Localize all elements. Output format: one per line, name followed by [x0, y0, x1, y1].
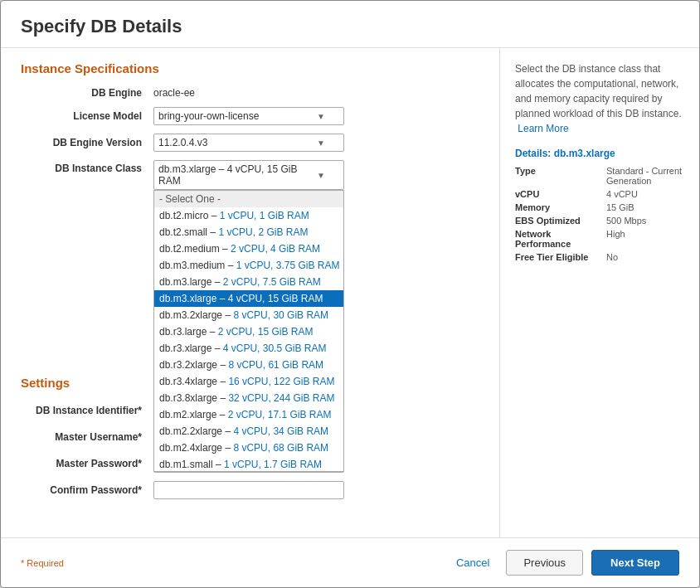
db-instance-class-dropdown[interactable]: db.m3.xlarge – 4 vCPU, 15 GiB RAM ▼ - Se…	[153, 160, 344, 190]
right-description: Select the DB instance class that alloca…	[515, 61, 684, 136]
required-text: Required	[27, 558, 64, 568]
dialog: Specify DB Details Instance Specificatio…	[0, 0, 700, 588]
details-vcpu-label: vCPU	[515, 189, 606, 199]
cancel-button[interactable]: Cancel	[448, 552, 498, 573]
required-star: *	[21, 558, 24, 568]
db-instance-class-arrow-icon: ▼	[317, 171, 325, 180]
list-item[interactable]: db.r3.4xlarge – 16 vCPU, 122 GiB RAM	[154, 373, 343, 390]
db-instance-class-row: DB Instance Class db.m3.xlarge – 4 vCPU,…	[21, 160, 479, 190]
details-vcpu-row: vCPU 4 vCPU	[515, 189, 684, 199]
details-ebs-row: EBS Optimized 500 Mbps	[515, 216, 684, 226]
details-vcpu-value: 4 vCPU	[606, 189, 684, 199]
db-instance-class-selected: db.m3.xlarge – 4 vCPU, 15 GiB RAM	[158, 163, 317, 187]
db-engine-version-arrow-icon: ▼	[317, 138, 325, 148]
details-memory-label: Memory	[515, 202, 606, 212]
dialog-footer: * Required Cancel Previous Next Step	[1, 537, 699, 587]
list-item[interactable]: db.m2.2xlarge – 4 vCPU, 34 GiB RAM	[154, 423, 343, 440]
details-free-tier-value: No	[606, 252, 684, 262]
learn-more-link[interactable]: Learn More	[518, 123, 568, 134]
license-model-arrow-icon: ▼	[317, 112, 325, 121]
db-instance-class-label: DB Instance Class	[21, 160, 153, 174]
details-network-row: Network Performance High	[515, 229, 684, 249]
list-item[interactable]: db.t2.medium – 2 vCPU, 4 GiB RAM	[154, 241, 343, 257]
db-instance-identifier-label: DB Instance Identifier*	[21, 405, 153, 416]
details-memory-value: 15 GiB	[606, 202, 684, 212]
dialog-body: Instance Specifications DB Engine oracle…	[1, 48, 699, 537]
license-model-display[interactable]: bring-your-own-license ▼	[153, 107, 344, 125]
instance-specs-section-title: Instance Specifications	[21, 61, 479, 75]
previous-button[interactable]: Previous	[506, 550, 583, 576]
license-model-selected: bring-your-own-license	[158, 110, 259, 122]
list-item[interactable]: db.m3.medium – 1 vCPU, 3.75 GiB RAM	[154, 257, 343, 274]
confirm-password-label: Confirm Password*	[21, 484, 153, 496]
db-engine-value: oracle-ee	[153, 87, 195, 99]
details-type-row: Type Standard - Current Generation	[515, 166, 684, 186]
details-type-value: Standard - Current Generation	[606, 166, 684, 186]
details-free-tier-row: Free Tier Eligible No	[515, 252, 684, 262]
license-model-dropdown[interactable]: bring-your-own-license ▼	[153, 107, 344, 125]
details-free-tier-label: Free Tier Eligible	[515, 252, 606, 262]
right-panel: Select the DB instance class that alloca…	[500, 48, 699, 537]
confirm-password-input[interactable]	[153, 481, 344, 499]
details-network-label: Network Performance	[515, 229, 606, 249]
details-type-label: Type	[515, 166, 606, 186]
details-table: Type Standard - Current Generation vCPU …	[515, 166, 684, 262]
next-step-button[interactable]: Next Step	[591, 550, 679, 576]
master-username-label: Master Username*	[21, 431, 153, 443]
list-item[interactable]: db.m2.xlarge – 2 vCPU, 17.1 GiB RAM	[154, 406, 343, 423]
list-item[interactable]: db.t2.small – 1 vCPU, 2 GiB RAM	[154, 224, 343, 241]
list-item[interactable]: db.r3.2xlarge – 8 vCPU, 61 GiB RAM	[154, 357, 343, 373]
db-engine-version-selected: 11.2.0.4.v3	[158, 137, 207, 148]
license-model-label: License Model	[21, 110, 153, 122]
list-item[interactable]: db.r3.large – 2 vCPU, 15 GiB RAM	[154, 323, 343, 340]
db-instance-class-options[interactable]: - Select One -db.t2.micro – 1 vCPU, 1 Gi…	[153, 190, 344, 472]
details-ebs-value: 500 Mbps	[606, 216, 684, 226]
list-item[interactable]: db.t2.micro – 1 vCPU, 1 GiB RAM	[154, 207, 343, 224]
list-item[interactable]: db.r3.xlarge – 4 vCPU, 30.5 GiB RAM	[154, 340, 343, 357]
left-panel: Instance Specifications DB Engine oracle…	[1, 48, 500, 537]
db-engine-row: DB Engine oracle-ee	[21, 87, 479, 99]
details-title: Details: db.m3.xlarge	[515, 148, 684, 159]
confirm-password-row: Confirm Password*	[21, 481, 479, 499]
db-engine-label: DB Engine	[21, 87, 153, 99]
db-instance-class-display[interactable]: db.m3.xlarge – 4 vCPU, 15 GiB RAM ▼	[153, 160, 344, 190]
list-item[interactable]: db.m2.4xlarge – 8 vCPU, 68 GiB RAM	[154, 440, 343, 456]
details-memory-row: Memory 15 GiB	[515, 202, 684, 212]
details-class-name: db.m3.xlarge	[554, 148, 615, 159]
db-engine-version-display[interactable]: 11.2.0.4.v3 ▼	[153, 134, 344, 152]
footer-buttons: Cancel Previous Next Step	[448, 550, 679, 576]
required-note: * Required	[21, 558, 448, 568]
list-item[interactable]: db.m1.small – 1 vCPU, 1.7 GiB RAM	[154, 456, 343, 472]
list-item[interactable]: db.r3.8xlarge – 32 vCPU, 244 GiB RAM	[154, 390, 343, 406]
db-engine-version-label: DB Engine Version	[21, 137, 153, 148]
details-ebs-label: EBS Optimized	[515, 216, 606, 226]
db-engine-version-row: DB Engine Version 11.2.0.4.v3 ▼	[21, 134, 479, 152]
list-item[interactable]: - Select One -	[154, 191, 343, 207]
db-engine-version-dropdown[interactable]: 11.2.0.4.v3 ▼	[153, 134, 344, 152]
list-item[interactable]: db.m3.large – 2 vCPU, 7.5 GiB RAM	[154, 274, 343, 290]
dialog-title: Specify DB Details	[1, 1, 699, 48]
list-item[interactable]: db.m3.2xlarge – 8 vCPU, 30 GiB RAM	[154, 307, 343, 323]
details-network-value: High	[606, 229, 684, 249]
license-model-row: License Model bring-your-own-license ▼	[21, 107, 479, 125]
master-password-label: Master Password*	[21, 458, 153, 469]
list-item[interactable]: db.m3.xlarge – 4 vCPU, 15 GiB RAM	[154, 290, 343, 307]
